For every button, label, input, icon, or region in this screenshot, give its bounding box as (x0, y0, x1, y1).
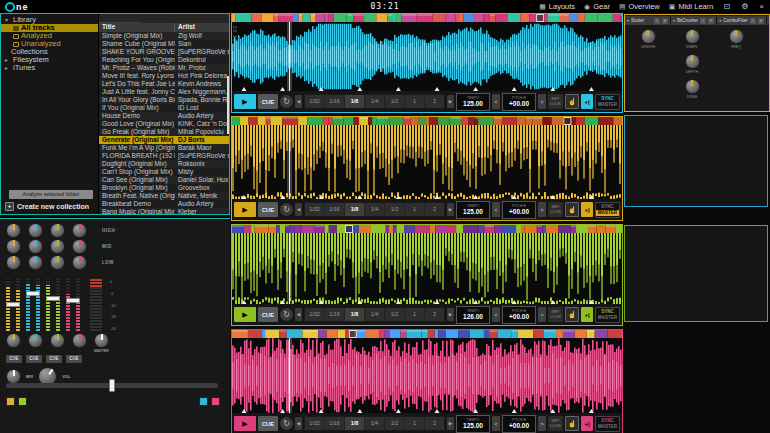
beat-jump-button[interactable]: +| (581, 94, 593, 109)
sync-master-button[interactable]: SYNC MASTER (595, 307, 620, 323)
loop-length-option[interactable]: 1/8 (345, 203, 365, 216)
gain-knob-ch2[interactable] (28, 333, 43, 348)
gain-knob-ch3[interactable] (50, 333, 65, 348)
loop-length-option[interactable]: 1/4 (365, 95, 385, 108)
fx-remove-icon[interactable]: ✕ (662, 18, 668, 24)
pitch-up-button[interactable]: > (538, 202, 546, 217)
crossfader-handle[interactable] (109, 379, 115, 392)
tempo-display[interactable]: TEMPO 126.00 (456, 306, 490, 324)
loop-length-option[interactable]: 1/8 (345, 308, 365, 321)
fx-knob[interactable] (685, 79, 700, 94)
layouts-button[interactable]: ▦ Layouts (539, 2, 575, 11)
loop-longer-icon[interactable]: ▶ (447, 203, 454, 216)
fader-handle[interactable] (66, 298, 80, 303)
play-button[interactable]: ▶ (234, 307, 256, 322)
channel-fader-4[interactable] (66, 279, 80, 331)
loop-length-option[interactable]: 1 (405, 417, 425, 430)
waveform-display[interactable] (232, 125, 622, 199)
fx-slot-header[interactable]: ▾Stutter✓✕ (625, 16, 670, 25)
loop-shorter-icon[interactable]: ◀ (295, 203, 302, 216)
settings-gear-icon[interactable]: ⚙ (740, 2, 749, 11)
track-row[interactable]: Mr. Probz – Waves (Robin ... Mr. Probz (99, 64, 229, 72)
dropdown-icon[interactable]: ▾ (627, 18, 629, 23)
expand-icon[interactable]: ▸ (5, 56, 11, 64)
loop-icon[interactable]: ↻ (280, 95, 293, 108)
beat-jump-button[interactable]: +| (581, 416, 593, 431)
sync-master-button[interactable]: SYNC MASTER (595, 416, 620, 432)
waveform-display[interactable] (232, 338, 622, 413)
gain-knob-ch4[interactable] (72, 333, 87, 348)
loop-length-option[interactable]: 2 (425, 308, 444, 321)
channel-fader-1[interactable] (6, 279, 20, 331)
loop-length-option[interactable]: 1 (405, 203, 425, 216)
eq-mid-knob-ch2[interactable] (28, 239, 43, 254)
collapse-icon[interactable]: ▾ (5, 16, 11, 24)
loop-length-option[interactable]: 1/16 (325, 417, 345, 430)
eq-low-knob-ch2[interactable] (28, 255, 43, 270)
pitch-up-button[interactable]: > (538, 416, 546, 431)
eq-low-knob-ch1[interactable] (6, 255, 21, 270)
column-artist[interactable]: Artist (175, 23, 229, 32)
close-icon[interactable]: × (758, 2, 765, 11)
loop-length-option[interactable]: 1/2 (385, 203, 405, 216)
cue-button-ch3[interactable]: CUE (46, 355, 62, 363)
analyze-selected-folder-button[interactable]: Analyze selected folder (9, 190, 93, 199)
assign-ch3-button[interactable] (18, 397, 27, 406)
loop-length-option[interactable]: 1 (405, 308, 425, 321)
track-row[interactable]: House Demo Audio Artery (99, 112, 229, 120)
assign-ch1-button[interactable] (6, 397, 15, 406)
cue-button[interactable]: CUE (258, 416, 278, 431)
assign-ch4-button[interactable] (211, 397, 220, 406)
track-row[interactable]: Can See (Original Mix) Daniel Solar, Hux… (99, 176, 229, 184)
track-row[interactable]: Dogfight (Original Mix) Roksonix (99, 160, 229, 168)
hand-tool-button[interactable]: ☝ (565, 94, 579, 109)
beat-jump-button[interactable]: +| (581, 307, 593, 322)
tree-item-itunes[interactable]: ▸ iTunes (1, 64, 98, 72)
create-new-collection-button[interactable]: + Create new collection (5, 202, 89, 211)
loop-length-option[interactable]: 1/32 (305, 417, 325, 430)
track-row[interactable]: Breakbeat Demo Audio Artery (99, 200, 229, 208)
fx-remove-icon[interactable]: ✕ (708, 18, 714, 24)
channel-fader-3[interactable] (46, 279, 60, 331)
track-overview-strip[interactable] (232, 14, 622, 22)
column-title[interactable]: Title (99, 23, 175, 32)
loop-length-option[interactable]: 1/4 (365, 417, 385, 430)
track-row[interactable]: In All Your Glory (Boris Bre... Spada, B… (99, 96, 229, 104)
crossfader[interactable] (6, 383, 218, 388)
tempo-display[interactable]: TEMPO 125.00 (456, 201, 490, 219)
pitch-down-button[interactable]: < (492, 307, 500, 322)
loop-length-option[interactable]: 1/2 (385, 308, 405, 321)
channel-fader-2[interactable] (26, 279, 40, 331)
eq-high-knob-ch2[interactable] (28, 223, 43, 238)
track-overview-strip[interactable] (232, 117, 622, 125)
cue-button[interactable]: CUE (258, 94, 278, 109)
loop-length-option[interactable]: 1/4 (365, 308, 385, 321)
assign-ch2-button[interactable] (199, 397, 208, 406)
fx-enable-icon[interactable]: ✓ (700, 18, 706, 24)
loop-length-option[interactable]: 1/8 (345, 417, 365, 430)
loop-length-option[interactable]: 1/8 (345, 95, 365, 108)
loop-length-option[interactable]: 1/16 (325, 203, 345, 216)
loop-length-option[interactable]: 2 (425, 203, 444, 216)
fx-knob[interactable] (685, 29, 700, 44)
track-row[interactable]: Simple (Original Mix) Zig Wolf (99, 32, 229, 40)
loop-length-option[interactable]: 1/32 (305, 203, 325, 216)
track-row[interactable]: Go Freak (Original Mix) Mihai Popoviciu (99, 128, 229, 136)
eq-mid-knob-ch4[interactable] (72, 239, 87, 254)
sync-master-button[interactable]: SYNC MASTER (595, 94, 620, 110)
track-row[interactable]: Let's Do This Feat Joe Le G... Kevin And… (99, 80, 229, 88)
loop-length-option[interactable]: 2 (425, 417, 444, 430)
fx-slot-header[interactable]: ▾BitCrusher✓✕ (671, 16, 716, 25)
track-list-scrollbar[interactable] (227, 76, 229, 134)
pitch-display[interactable]: PITCH B +00.00 (502, 306, 536, 324)
loop-icon[interactable]: ↻ (280, 203, 293, 216)
expand-icon[interactable]: ▸ (5, 64, 11, 72)
loop-length-option[interactable]: 1/32 (305, 308, 325, 321)
hand-tool-button[interactable]: ☝ (565, 307, 579, 322)
loop-length-option[interactable]: 2 (425, 95, 444, 108)
waveform-display[interactable] (232, 233, 622, 304)
fader-handle[interactable] (26, 291, 40, 296)
cue-button-ch4[interactable]: CUE (66, 355, 82, 363)
fx-enable-icon[interactable]: ✓ (750, 18, 756, 24)
play-button[interactable]: ▶ (234, 202, 256, 217)
